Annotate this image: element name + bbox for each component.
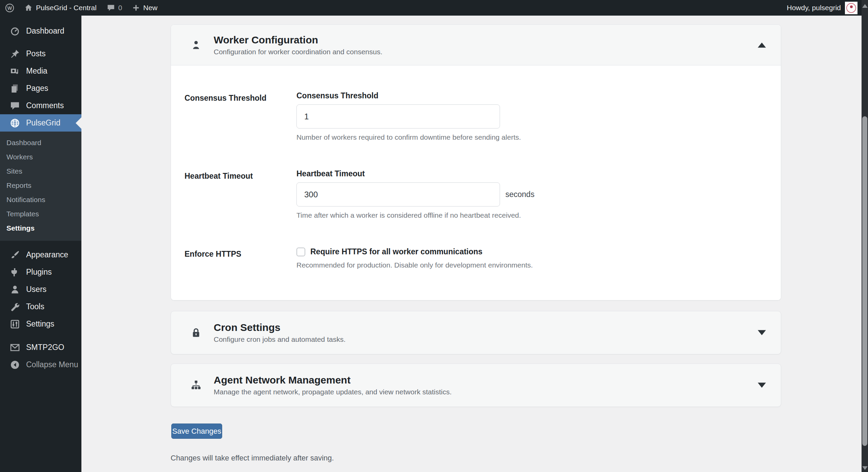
brush-icon bbox=[10, 250, 20, 260]
submenu-item-reports[interactable]: Reports bbox=[0, 178, 81, 193]
cron-settings-section: Cron Settings Configure cron jobs and au… bbox=[171, 311, 781, 354]
wordpress-menu[interactable]: W bbox=[0, 0, 19, 16]
plug-icon bbox=[10, 267, 20, 277]
agent-network-section: Agent Network Management Manage the agen… bbox=[171, 363, 781, 407]
sidebar-item-appearance[interactable]: Appearance bbox=[0, 246, 81, 263]
menu-separator bbox=[0, 333, 81, 339]
save-changes-button[interactable]: Save Changes bbox=[171, 424, 222, 439]
section-title: Agent Network Management bbox=[214, 374, 452, 386]
sidebar-item-label: Posts bbox=[26, 49, 46, 58]
section-title: Cron Settings bbox=[214, 322, 346, 333]
admin-bar-account[interactable]: Howdy, pulsegrid bbox=[787, 0, 857, 16]
envelope-icon bbox=[10, 342, 20, 353]
admin-bar: W PulseGrid - Central 0 New Howdy, pulse… bbox=[0, 0, 868, 16]
sidebar-item-settings[interactable]: Settings bbox=[0, 315, 81, 333]
sidebar-item-comments[interactable]: Comments bbox=[0, 97, 81, 114]
howdy-text: Howdy, pulsegrid bbox=[787, 4, 841, 12]
avatar bbox=[845, 2, 857, 14]
sidebar-item-label: Comments bbox=[26, 101, 64, 110]
sidebar-item-pulsegrid[interactable]: PulseGrid bbox=[0, 114, 81, 132]
submenu-item-settings[interactable]: Settings bbox=[0, 221, 81, 235]
submenu-item-templates[interactable]: Templates bbox=[0, 207, 81, 221]
sidebar-item-label: Appearance bbox=[26, 250, 68, 259]
consensus-threshold-help: Number of workers required to confirm do… bbox=[296, 133, 781, 141]
heartbeat-timeout-field-label: Heartbeat Timeout bbox=[296, 169, 781, 178]
user-icon bbox=[10, 284, 20, 295]
network-sitemap-icon bbox=[191, 379, 201, 391]
vertical-scrollbar[interactable] bbox=[862, 0, 868, 472]
dashboard-icon bbox=[10, 26, 20, 36]
heartbeat-timeout-input[interactable] bbox=[296, 182, 500, 206]
main-content: Worker Configuration Configuration for w… bbox=[81, 16, 862, 472]
sidebar-item-label: Settings bbox=[26, 319, 54, 329]
sidebar-item-users[interactable]: Users bbox=[0, 281, 81, 298]
sidebar-item-posts[interactable]: Posts bbox=[0, 45, 81, 62]
sidebar-item-label: Dashboard bbox=[26, 26, 64, 36]
media-icon bbox=[10, 66, 20, 76]
sidebar-item-label: Pages bbox=[26, 84, 48, 93]
sidebar-item-label: Tools bbox=[26, 302, 44, 311]
sidebar-item-collapse-menu[interactable]: Collapse Menu bbox=[0, 356, 81, 373]
heartbeat-timeout-help: Time after which a worker is considered … bbox=[296, 211, 781, 219]
consensus-threshold-row-label: Consensus Threshold bbox=[185, 91, 296, 141]
comment-count: 0 bbox=[118, 4, 122, 12]
worker-configuration-header[interactable]: Worker Configuration Configuration for w… bbox=[171, 25, 781, 65]
submenu-item-workers[interactable]: Workers bbox=[0, 150, 81, 164]
sidebar-item-label: Plugins bbox=[26, 268, 52, 277]
admin-bar-left: W PulseGrid - Central 0 New bbox=[0, 0, 162, 16]
submenu-item-dashboard[interactable]: Dashboard bbox=[0, 136, 81, 150]
cron-settings-header[interactable]: Cron Settings Configure cron jobs and au… bbox=[171, 311, 781, 354]
section-subtitle: Configure cron jobs and automated tasks. bbox=[214, 335, 346, 343]
expand-chevron-down-icon[interactable] bbox=[758, 330, 766, 335]
plus-icon bbox=[132, 4, 140, 12]
wrench-icon bbox=[10, 302, 20, 312]
scrollbar-thumb[interactable] bbox=[862, 116, 867, 446]
collapse-chevron-up-icon[interactable] bbox=[758, 42, 766, 47]
sidebar-item-plugins[interactable]: Plugins bbox=[0, 263, 81, 281]
lock-icon bbox=[191, 327, 201, 338]
require-https-label: Require HTTPS for all worker communicati… bbox=[310, 247, 482, 256]
consensus-threshold-input[interactable] bbox=[296, 104, 500, 129]
agent-network-header[interactable]: Agent Network Management Manage the agen… bbox=[171, 364, 781, 407]
worker-person-icon bbox=[191, 39, 201, 51]
admin-sidebar: Dashboard Posts Media Pages Co bbox=[0, 16, 81, 472]
save-effect-note: Changes will take effect immediately aft… bbox=[171, 454, 781, 463]
sidebar-item-smtp2go[interactable]: SMTP2GO bbox=[0, 339, 81, 356]
site-name-link[interactable]: PulseGrid - Central bbox=[19, 0, 102, 16]
comments-icon bbox=[10, 101, 20, 111]
consensus-threshold-field-label: Consensus Threshold bbox=[296, 91, 781, 100]
sidebar-item-dashboard[interactable]: Dashboard bbox=[0, 22, 81, 40]
sidebar-item-label: Collapse Menu bbox=[26, 360, 78, 369]
collapse-arrow-icon bbox=[10, 360, 20, 370]
svg-text:W: W bbox=[7, 5, 12, 11]
sidebar-item-label: PulseGrid bbox=[26, 118, 60, 127]
section-subtitle: Manage the agent network, propagate upda… bbox=[214, 388, 452, 396]
sidebar-item-label: Users bbox=[26, 285, 46, 294]
new-label: New bbox=[143, 4, 157, 12]
enforce-https-row-label: Enforce HTTPS bbox=[185, 247, 296, 269]
submenu-item-sites[interactable]: Sites bbox=[0, 164, 81, 178]
pin-icon bbox=[10, 49, 20, 59]
require-https-checkbox[interactable] bbox=[296, 248, 305, 256]
site-name: PulseGrid - Central bbox=[36, 4, 97, 12]
sidebar-item-label: Media bbox=[26, 66, 47, 76]
section-title: Worker Configuration bbox=[214, 34, 382, 45]
wordpress-logo-icon: W bbox=[5, 3, 14, 13]
expand-chevron-down-icon[interactable] bbox=[758, 383, 766, 388]
heartbeat-timeout-row-label: Heartbeat Timeout bbox=[185, 169, 296, 219]
new-content-menu[interactable]: New bbox=[127, 0, 162, 16]
sliders-icon bbox=[10, 319, 20, 329]
comment-bubble-icon bbox=[107, 4, 115, 12]
pulsegrid-submenu: Dashboard Workers Sites Reports Notifica… bbox=[0, 132, 81, 241]
worker-configuration-section: Worker Configuration Configuration for w… bbox=[171, 24, 781, 300]
scrollbar-up-arrow-icon[interactable] bbox=[862, 4, 868, 8]
comments-admin-link[interactable]: 0 bbox=[102, 0, 128, 16]
sidebar-item-tools[interactable]: Tools bbox=[0, 298, 81, 315]
scrollbar-down-arrow-icon[interactable] bbox=[862, 466, 868, 470]
submenu-item-notifications[interactable]: Notifications bbox=[0, 193, 81, 207]
seconds-suffix: seconds bbox=[505, 190, 535, 199]
sidebar-item-pages[interactable]: Pages bbox=[0, 80, 81, 97]
enforce-https-help: Recommended for production. Disable only… bbox=[296, 261, 781, 269]
heartbeat-timeout-row: Heartbeat Timeout Heartbeat Timeout seco… bbox=[171, 169, 781, 219]
sidebar-item-media[interactable]: Media bbox=[0, 62, 81, 80]
